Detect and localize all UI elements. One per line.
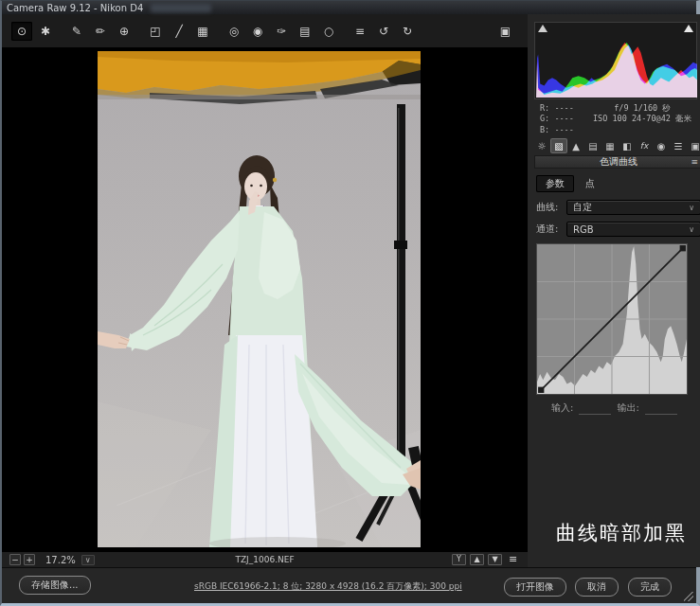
output-value: [645, 405, 677, 415]
zoom-tool[interactable]: ⊙: [11, 22, 32, 41]
radial-filter-tool[interactable]: ○: [318, 22, 339, 41]
color-sampler-tool[interactable]: ✏: [90, 22, 111, 41]
tone-curve-panel-icon[interactable]: ▧: [551, 139, 566, 152]
panel-title-bar: 色调曲线 ≡: [534, 155, 700, 169]
yellow-backdrop: [98, 51, 421, 104]
curve-label: 曲线:: [536, 201, 566, 214]
output-label: 输出:: [617, 401, 638, 415]
white-balance-tool[interactable]: ✎: [66, 22, 87, 41]
panel-menu-icon[interactable]: ≡: [691, 157, 698, 167]
annotation-text: 曲线暗部加黑: [556, 520, 687, 546]
input-value: [579, 405, 611, 415]
curve-tabs: 参数 点: [536, 175, 700, 192]
curve-point-shadow[interactable]: [538, 387, 544, 393]
camera-calibration-panel-icon[interactable]: ◉: [654, 139, 669, 152]
cancel-button[interactable]: 取消: [575, 578, 619, 597]
rgb-histogram[interactable]: [534, 22, 697, 99]
rotate-right-button[interactable]: ↻: [397, 22, 418, 41]
exposure-settings: f/9 1/160 秒: [583, 103, 700, 114]
hsl-grayscale-panel-icon[interactable]: ▤: [585, 139, 601, 152]
transform-tool[interactable]: ▦: [192, 22, 213, 41]
done-button[interactable]: 完成: [628, 578, 672, 597]
hand-tool[interactable]: ✱: [35, 22, 56, 41]
red-eye-tool[interactable]: ◉: [247, 22, 268, 41]
image-canvas[interactable]: [2, 47, 528, 551]
redacted-area: [151, 4, 211, 12]
tab-parametric[interactable]: 参数: [536, 175, 574, 192]
straighten-tool[interactable]: ╱: [169, 22, 189, 41]
panel-title: 色调曲线: [600, 155, 637, 169]
targeted-adjustment-tool[interactable]: ⊕: [114, 22, 135, 41]
detail-panel-icon[interactable]: ▲: [568, 139, 583, 152]
preview-swap-button[interactable]: ▼: [488, 554, 502, 565]
crop-tool[interactable]: ◰: [145, 22, 166, 41]
zoom-in-button[interactable]: +: [24, 554, 35, 565]
preferences-button[interactable]: ≡: [350, 22, 370, 41]
resize-grip[interactable]: [684, 592, 693, 601]
curve-select[interactable]: 自定 ∨: [566, 200, 700, 215]
zoom-dropdown[interactable]: ∨: [81, 555, 95, 565]
histogram-blue-channel: [536, 45, 697, 98]
workflow-options-link[interactable]: sRGB IEC61966-2.1; 8 位; 3280 x 4928 (16.…: [194, 580, 462, 593]
snapshots-panel-icon[interactable]: ▣: [688, 139, 700, 152]
input-label: 输入:: [551, 401, 573, 415]
save-image-button[interactable]: 存储图像...: [19, 576, 91, 595]
toggle-fullscreen-button[interactable]: ▣: [500, 25, 511, 38]
effects-panel-icon[interactable]: fx: [637, 139, 652, 152]
spot-removal-tool[interactable]: ◎: [224, 22, 244, 41]
highlight-clipping-icon[interactable]: [684, 25, 693, 32]
status-bar: − + 17.2% ∨ TZJ_1006.NEF Y ▲ ▼ ≡: [2, 551, 528, 567]
g-value: ----: [554, 114, 573, 123]
bottom-bar: 存储图像... sRGB IEC61966-2.1; 8 位; 3280 x 4…: [2, 567, 696, 603]
iso-lens-info: ISO 100 24-70@42 毫米: [583, 114, 700, 124]
channel-label: 通道:: [536, 223, 566, 236]
curve-io-row: 输入: 输出:: [551, 401, 700, 415]
tone-curve-editor[interactable]: [536, 243, 688, 395]
b-value: ----: [554, 125, 573, 134]
graduated-filter-tool[interactable]: ▤: [295, 22, 315, 41]
lens-corrections-panel-icon[interactable]: ◧: [619, 139, 635, 152]
adjustments-sidebar: R: ---- G: ---- B: ---- f/9 1/160 秒 ISO …: [528, 14, 700, 567]
preview-menu-button[interactable]: ≡: [506, 554, 520, 565]
title-bar[interactable]: Camera Raw 9.12 - Nikon D4: [2, 1, 696, 14]
open-image-button[interactable]: 打开图像: [504, 578, 566, 597]
chevron-down-icon: ∨: [689, 204, 694, 212]
tab-point[interactable]: 点: [576, 175, 604, 192]
exposure-info: R: ---- G: ---- B: ---- f/9 1/160 秒 ISO …: [534, 99, 700, 137]
zoom-level: 17.2%: [45, 555, 76, 565]
presets-panel-icon[interactable]: ☰: [671, 139, 686, 152]
zoom-out-button[interactable]: −: [9, 554, 21, 565]
panel-icon-tabs: ☼ ▧ ▲ ▤ ▦ ◧ fx ◉ ☰ ▣: [534, 137, 700, 155]
curve-select-value: 自定: [573, 201, 592, 214]
toolbar: ⊙ ✱ ✎ ✏ ⊕ ◰ ╱ ▦ ◎ ◉ ✑ ▤ ○ ≡ ↺ ↻ ▣: [2, 14, 528, 47]
preview-copy-settings-button[interactable]: ▲: [470, 554, 484, 565]
channel-select[interactable]: RGB ∨: [566, 222, 700, 237]
r-value: ----: [554, 103, 573, 113]
preview-mode-button[interactable]: Y: [452, 554, 466, 565]
curve-point-highlight[interactable]: [680, 245, 686, 251]
hairpin: [273, 178, 277, 182]
camera-raw-window: Camera Raw 9.12 - Nikon D4 ⊙ ✱ ✎ ✏ ⊕ ◰ ╱…: [0, 0, 700, 606]
chevron-down-icon: ∨: [689, 225, 694, 234]
rotate-left-button[interactable]: ↺: [373, 22, 394, 41]
basic-panel-icon[interactable]: ☼: [534, 139, 549, 152]
adjustment-brush-tool[interactable]: ✑: [271, 22, 292, 41]
shadow-clipping-icon[interactable]: [538, 25, 547, 32]
window-title: Camera Raw 9.12 - Nikon D4: [7, 3, 143, 13]
split-toning-panel-icon[interactable]: ▦: [602, 139, 618, 152]
photo-preview[interactable]: [98, 51, 421, 547]
channel-select-value: RGB: [573, 224, 594, 235]
